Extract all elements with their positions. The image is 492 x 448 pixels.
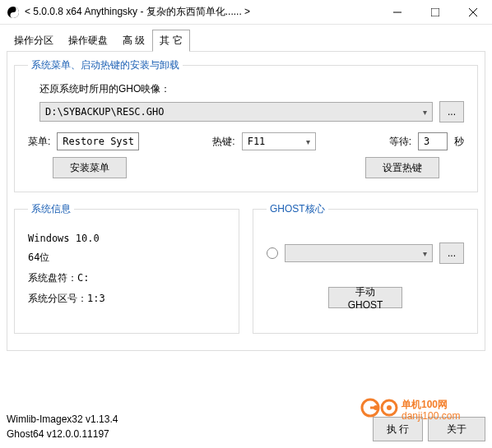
manual-ghost-button[interactable]: 手动GHOST — [328, 287, 402, 308]
wait-seconds-input[interactable] — [418, 132, 448, 150]
wait-unit-label: 秒 — [454, 135, 464, 149]
window-title: < 5.0.0.8 x64 Anythingsky - 复杂的东西简单化....… — [25, 5, 378, 19]
minimize-button[interactable] — [378, 0, 416, 25]
wimlib-version: Wimlib-Imagex32 v1.13.4 — [7, 412, 118, 427]
chevron-down-icon: ▾ — [423, 249, 427, 258]
tab-panel: 系统菜单、启动热键的安装与卸载 还原系统时所用的GHO映像： D:\SYBACK… — [7, 51, 485, 351]
about-button[interactable]: 关于 — [428, 417, 485, 441]
group-system-menu-legend: 系统菜单、启动热键的安装与卸载 — [28, 58, 183, 72]
titlebar: < 5.0.0.8 x64 Anythingsky - 复杂的东西简单化....… — [0, 0, 492, 25]
group-system-info-legend: 系统信息 — [28, 202, 74, 216]
tab-advanced[interactable]: 高 级 — [115, 30, 152, 52]
os-name: Windows 10.0 — [28, 233, 225, 244]
group-ghost-core-legend: GHOST核心 — [267, 202, 328, 216]
close-button[interactable] — [454, 0, 492, 25]
system-drive: 系统盘符：C: — [28, 271, 225, 285]
menu-name-input[interactable] — [57, 132, 139, 150]
gho-path-select[interactable]: D:\SYBACKUP\RESC.GHO ▾ — [39, 102, 433, 122]
hotkey-label: 热键: — [212, 135, 234, 149]
ghost-core-select[interactable]: ▾ — [285, 244, 433, 262]
footer-version: Wimlib-Imagex32 v1.13.4 Ghost64 v12.0.0.… — [7, 412, 118, 441]
set-hotkey-button[interactable]: 设置热键 — [365, 157, 439, 178]
app-icon — [7, 6, 20, 19]
group-system-info: 系统信息 Windows 10.0 64位 系统盘符：C: 系统分区号：1:3 — [14, 202, 239, 334]
group-system-menu: 系统菜单、启动热键的安装与卸载 还原系统时所用的GHO映像： D:\SYBACK… — [14, 58, 478, 192]
os-arch: 64位 — [28, 251, 225, 265]
ghost-version: Ghost64 v12.0.0.11197 — [7, 427, 118, 441]
tab-partition[interactable]: 操作分区 — [7, 30, 61, 52]
group-ghost-core: GHOST核心 ▾ ... 手动GHOST — [253, 202, 478, 334]
ghost-radio[interactable] — [267, 247, 278, 259]
tab-other[interactable]: 其 它 — [152, 30, 189, 52]
wait-label: 等待: — [389, 135, 411, 149]
browse-ghost-button[interactable]: ... — [439, 242, 464, 264]
gho-image-label: 还原系统时所用的GHO映像： — [39, 82, 464, 96]
browse-gho-button[interactable]: ... — [439, 101, 464, 122]
svg-point-2 — [12, 14, 14, 16]
install-menu-button[interactable]: 安装菜单 — [53, 157, 127, 178]
menu-label: 菜单: — [28, 135, 50, 149]
tabstrip: 操作分区 操作硬盘 高 级 其 它 — [7, 30, 485, 52]
hotkey-value: F11 — [248, 136, 266, 147]
svg-point-1 — [12, 8, 14, 10]
tab-disk[interactable]: 操作硬盘 — [61, 30, 115, 52]
hotkey-select[interactable]: F11 ▾ — [242, 132, 316, 150]
chevron-down-icon: ▾ — [423, 108, 427, 117]
svg-rect-4 — [431, 8, 439, 16]
maximize-button[interactable] — [416, 0, 454, 25]
execute-button[interactable]: 执 行 — [373, 417, 423, 441]
system-partition: 系统分区号：1:3 — [28, 292, 225, 306]
footer: Wimlib-Imagex32 v1.13.4 Ghost64 v12.0.0.… — [0, 407, 492, 448]
gho-path-value: D:\SYBACKUP\RESC.GHO — [45, 106, 165, 118]
chevron-down-icon: ▾ — [306, 137, 310, 146]
